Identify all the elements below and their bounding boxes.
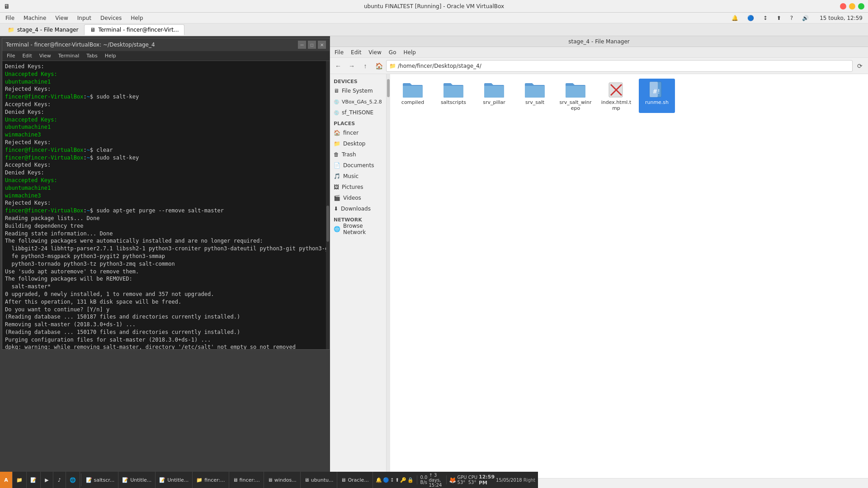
- sidebar-item-desktop[interactable]: 📁 Desktop: [330, 138, 386, 149]
- fm-menu-help[interactable]: Help: [401, 49, 418, 56]
- taskbar-launcher-browser[interactable]: 🌐: [66, 472, 80, 488]
- term-line: Accepted Keys:: [5, 101, 323, 108]
- sidebar-item-videos[interactable]: 🎬 Videos: [330, 192, 386, 203]
- term-menu-edit[interactable]: Edit: [19, 53, 34, 59]
- vbox-menu-machine[interactable]: Machine: [20, 14, 50, 22]
- taskbar-separator: [81, 474, 81, 486]
- fincer1-label: fincer:...: [204, 477, 225, 483]
- terminal-content[interactable]: Denied Keys: Unaccepted Keys: ubuntumach…: [2, 61, 326, 349]
- vbox-menu-view[interactable]: View: [52, 14, 71, 22]
- fm-menu-go[interactable]: Go: [386, 49, 399, 56]
- tray-icon-1[interactable]: 🔔: [376, 477, 382, 483]
- term-line: Purging configuration files for salt-mas…: [5, 336, 323, 344]
- file-item-srv-salt[interactable]: srv_salt: [517, 79, 553, 113]
- vbox-menu-devices[interactable]: Devices: [97, 14, 125, 22]
- sidebar-item-vbox-gas[interactable]: 💿 VBox_GAs_5.2.8: [330, 96, 386, 107]
- sidebar-item-documents[interactable]: 📄 Documents: [330, 160, 386, 171]
- file-item-compiled[interactable]: compiled: [395, 79, 431, 113]
- oracle-label: Oracle...: [348, 477, 368, 483]
- taskbar-fincer-1[interactable]: 📁 fincer:...: [193, 472, 229, 488]
- fm-up-btn[interactable]: ↑: [359, 60, 372, 72]
- taskbar-launcher-music[interactable]: ♪: [53, 472, 66, 488]
- vbox-tab-terminal[interactable]: 🖥 Terminal - fincer@fincer-Virt...: [84, 24, 184, 35]
- sidebar-item-sf-thisone[interactable]: 💿 sf_THISONE: [330, 107, 386, 118]
- sidebar-item-music[interactable]: 🎵 Music: [330, 171, 386, 182]
- term-line: Denied Keys:: [5, 108, 323, 116]
- vbox-menu-help[interactable]: Help: [127, 14, 146, 22]
- sidebar-item-label: Browse Network: [343, 223, 382, 235]
- fm-sidebar: DEVICES 🖥 File System 💿 VBox_GAs_5.2.8 💿…: [330, 74, 387, 478]
- file-item-srv-pillar[interactable]: srv_pillar: [476, 79, 512, 113]
- taskbar-launcher-text[interactable]: 📝: [27, 472, 41, 488]
- fm-menu-edit[interactable]: Edit: [348, 49, 364, 56]
- sidebar-item-label: Music: [343, 173, 359, 179]
- fm-sidebar-scrollbar[interactable]: [387, 74, 390, 478]
- term-line: Denied Keys:: [5, 169, 323, 177]
- terminal-scrollbar[interactable]: [326, 61, 330, 349]
- term-menu-file[interactable]: File: [4, 53, 18, 59]
- tray-notification: 🔔: [728, 14, 742, 22]
- terminal-minimize-btn[interactable]: ─: [298, 41, 306, 49]
- taskbar-launcher-a[interactable]: A: [0, 472, 13, 488]
- taskbar-windos[interactable]: 🖥 windos...: [264, 472, 301, 488]
- guest-taskbar: A 📁 📝 ▶ ♪ 🌐 📝 saltscr...: [0, 472, 538, 488]
- tray-icon-2[interactable]: 🔵: [383, 477, 389, 483]
- vbox-menu-file[interactable]: File: [2, 14, 18, 22]
- filemanager-window: stage_4 - File Manager File Edit View Go…: [330, 36, 868, 488]
- fm-menu-file[interactable]: File: [332, 49, 346, 56]
- sidebar-item-downloads[interactable]: ⬇ Downloads: [330, 203, 386, 214]
- taskbar-launcher-files[interactable]: 📁: [13, 472, 27, 488]
- ubuntu-icon: 🖥: [304, 477, 309, 483]
- term-menu-terminal[interactable]: Terminal: [56, 53, 82, 59]
- file-name-index-html-tmp: index.html.tmp: [600, 99, 632, 111]
- sidebar-item-filesystem[interactable]: 🖥 File System: [330, 85, 386, 96]
- vbox-tab-filemanager[interactable]: 📁 stage_4 - File Manager: [2, 24, 84, 35]
- file-item-srv-salt-winrepo[interactable]: srv_salt_winrepo: [557, 79, 594, 113]
- fm-forward-btn[interactable]: →: [345, 60, 358, 72]
- taskbar-ubuntu[interactable]: 🖥 ubuntu...: [301, 472, 338, 488]
- sidebar-item-fincer[interactable]: 🏠 fincer: [330, 127, 386, 138]
- sidebar-item-label: fincer: [343, 130, 359, 136]
- fm-back-btn[interactable]: ←: [332, 60, 344, 72]
- sidebar-item-trash[interactable]: 🗑 Trash: [330, 149, 386, 160]
- trash-icon: 🗑: [334, 151, 339, 158]
- taskbar-untitled-1[interactable]: 📝 Untitle...: [118, 472, 156, 488]
- term-line: salt-master*: [5, 283, 323, 291]
- tray-icon-6[interactable]: 🔒: [407, 477, 414, 483]
- terminal-maximize-btn[interactable]: □: [308, 41, 316, 49]
- window-maximize-btn[interactable]: [858, 3, 864, 9]
- tray-icon-5[interactable]: 🔑: [400, 477, 406, 483]
- file-item-runme-sh[interactable]: #! runme.sh: [639, 79, 675, 113]
- taskbar-oracle[interactable]: 🖥 Oracle...: [337, 472, 373, 488]
- terminal-close-btn[interactable]: ✕: [318, 41, 326, 49]
- window-close-btn[interactable]: [840, 3, 846, 9]
- fm-address-bar[interactable]: 📁 /home/fincer/Desktop/stage_4/: [386, 60, 853, 72]
- taskbar-untitled-2[interactable]: 📝 Untitle...: [156, 472, 193, 488]
- taskbar-saltscr[interactable]: 📝 saltscr...: [82, 472, 119, 488]
- sidebar-item-pictures[interactable]: 🖼 Pictures: [330, 182, 386, 192]
- file-item-index-html-tmp[interactable]: index.html.tmp: [598, 79, 634, 113]
- taskbar-launcher-video[interactable]: ▶: [41, 472, 53, 488]
- vbox-time: 15 touko, 12:59: [816, 14, 866, 22]
- fm-menu-view[interactable]: View: [366, 49, 384, 56]
- tray-icon-3[interactable]: ↕: [390, 477, 394, 483]
- videos-icon: 🎬: [334, 195, 340, 201]
- firefox-icon[interactable]: 🦊: [449, 477, 456, 483]
- term-line: Unaccepted Keys:: [5, 116, 323, 124]
- fm-home-btn[interactable]: 🏠: [373, 60, 385, 72]
- folder-icon-srv-salt: [524, 80, 546, 99]
- sidebar-item-browse-network[interactable]: 🌐 Browse Network: [330, 224, 386, 235]
- window-minimize-btn[interactable]: [849, 3, 855, 9]
- sidebar-item-label: Desktop: [343, 141, 366, 147]
- tray-icon-4[interactable]: ⬆: [395, 477, 399, 483]
- taskbar-fincer-2[interactable]: 🖥 fincer:...: [229, 472, 264, 488]
- term-line: fe python3-msgpack python3-pygit2 python…: [5, 253, 323, 260]
- desktop-icon: 📁: [334, 141, 340, 147]
- term-menu-tabs[interactable]: Tabs: [84, 53, 100, 59]
- vbox-menu-input[interactable]: Input: [74, 14, 95, 22]
- file-item-saltscripts[interactable]: saltscripts: [435, 79, 472, 113]
- term-menu-help[interactable]: Help: [102, 53, 119, 59]
- fm-refresh-btn[interactable]: ⟳: [854, 60, 866, 72]
- term-menu-view[interactable]: View: [37, 53, 54, 59]
- term-line: After this operation, 131 kB disk space …: [5, 298, 323, 306]
